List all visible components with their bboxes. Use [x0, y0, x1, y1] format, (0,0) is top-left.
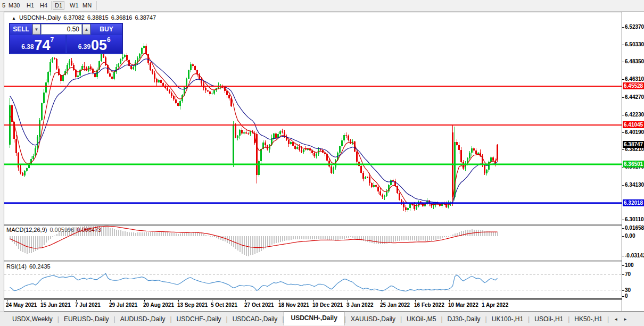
date-tick-mark [76, 300, 77, 302]
volume-decrease-button[interactable]: ▼ [32, 24, 40, 35]
ohlc-high: 6.38815 [87, 14, 109, 21]
macd-tick-mark [622, 256, 624, 256]
rsi-axis-label: 70 [625, 271, 631, 277]
price-tick-label: 6.42230 [625, 112, 644, 118]
price-tick-mark [622, 132, 624, 133]
date-tick-label: 27 Oct 2021 [244, 302, 274, 308]
rsi-label: RSI(14)60.2435 [6, 263, 51, 270]
candles [9, 43, 498, 212]
chart-tab-xauusd[interactable]: XAUUSD-,Daily [346, 313, 400, 325]
date-tick-mark [7, 300, 7, 302]
price-tick-mark [622, 149, 624, 150]
ohlc-low: 6.36816 [111, 14, 133, 21]
timeframe-button-h1[interactable]: H1 [25, 2, 36, 9]
volume-increase-button[interactable]: ▲ [82, 24, 90, 35]
date-tick-mark [245, 300, 246, 302]
sell-button[interactable]: SELL [10, 24, 32, 35]
timeframe-toolbar: 5M30H1H4D1W1MN [0, 0, 644, 12]
price-tick-label: 6.34130 [625, 182, 644, 188]
pane-separator [4, 262, 644, 262]
tab-scroll-left-button[interactable]: ◄ [611, 317, 621, 322]
chart-tab-eurusd[interactable]: EURUSD-,Daily [59, 313, 114, 325]
price-tick-mark [622, 220, 624, 220]
buy-price-pip: 6 [107, 36, 111, 44]
volume-input[interactable]: 0.50 [41, 24, 82, 35]
chart-tab-usdcad[interactable]: USDCAD-,Daily [228, 313, 283, 325]
toolbar-separator [51, 1, 52, 10]
date-tick-mark [449, 300, 450, 302]
rsi-tick-mark [622, 265, 624, 266]
pane-separator[interactable] [4, 224, 644, 224]
buy-price-prefix: 6.39 [78, 43, 90, 51]
horizontal-level-line [4, 163, 622, 165]
price-tick-mark [622, 115, 624, 115]
date-tick-mark [42, 300, 42, 302]
rsi-tick-mark [622, 296, 624, 297]
price-tick-label: 6.30110 [625, 216, 644, 222]
date-tick-label: 1 Apr 2022 [482, 302, 508, 308]
buy-price-panel[interactable]: 6.39 05 6 [67, 35, 122, 53]
timeframe-button-partial[interactable]: 5 [1, 2, 7, 9]
date-axis[interactable]: 24 May 202115 Jun 20217 Jul 202129 Jul 2… [4, 300, 622, 311]
timeframe-button-d1[interactable]: D1 [53, 1, 64, 10]
collapse-icon[interactable]: ▲ [12, 16, 16, 21]
horizontal-level-line [4, 124, 622, 126]
price-tick-mark [622, 62, 624, 62]
timeframe-button-m30[interactable]: M30 [7, 2, 21, 9]
mt4-window: 5M30H1H4D1W1MN ▲USDCNH-,Daily6.370826.38… [0, 0, 644, 326]
date-tick-mark [415, 300, 416, 302]
chart-tab-usoil[interactable]: USOil-,H1 [530, 313, 568, 325]
chart-tab-usdx[interactable]: USDX,Weekly [7, 313, 57, 325]
ma-slow-line [10, 59, 498, 204]
rsi-canvas [4, 262, 622, 298]
price-tick-label: 6.50330 [625, 41, 644, 47]
price-badge: 6.38747 [623, 141, 644, 148]
macd-tick-mark [622, 236, 624, 237]
chart-tab-uk100[interactable]: UK100-,H1 [487, 313, 528, 325]
price-badge: 6.36501 [623, 161, 644, 168]
date-tick-mark [381, 300, 382, 302]
price-tick-mark [622, 45, 624, 45]
date-tick-label: 7 Jul 2021 [75, 302, 101, 308]
chart-tab-audusd[interactable]: AUDUSD-,Daily [115, 313, 170, 325]
price-badge: 6.45528 [623, 82, 644, 89]
price-tick-label: 6.44270 [625, 94, 644, 100]
rsi-value: 60.2435 [29, 263, 51, 270]
price-tick-mark [622, 79, 624, 80]
date-tick-label: 20 Aug 2021 [143, 302, 174, 308]
price-axis[interactable]: 6.523706.503306.483506.463106.442706.422… [622, 12, 644, 311]
date-tick-label: 18 Nov 2021 [278, 302, 309, 308]
price-badge: 6.41045 [623, 121, 644, 128]
buy-button[interactable]: BUY [91, 24, 122, 35]
rsi-axis-label: 30 [625, 287, 631, 293]
pane-separator[interactable] [4, 261, 644, 261]
chart-tab-usdchf[interactable]: USDCHF-,Daily [172, 313, 226, 325]
price-tick-mark [622, 27, 624, 28]
macd-value-signal: 0.006473 [77, 227, 101, 233]
horizontal-level-line [4, 202, 622, 204]
chart-tab-hk50[interactable]: HK50-,H1 [569, 313, 607, 325]
date-tick-mark [313, 300, 314, 302]
date-tick-label: 10 Dec 2021 [312, 302, 343, 308]
date-tick-label: 15 Jun 2021 [40, 302, 71, 308]
tab-scroll-right-button[interactable]: ► [621, 317, 630, 322]
date-tick-label: 25 Jan 2022 [380, 302, 410, 308]
macd-axis-label: -0.031421 [625, 253, 644, 258]
timeframe-button-w1[interactable]: W1 [68, 2, 80, 9]
chart-symbol: USDCNH-,Daily [19, 14, 61, 21]
timeframe-button-mn[interactable]: MN [81, 2, 93, 9]
sell-price-panel[interactable]: 6.38 74 7 [10, 35, 65, 53]
date-tick-label: 10 Mar 2022 [448, 302, 478, 308]
rsi-axis-label: 0 [625, 293, 628, 299]
date-tick-mark [110, 300, 111, 302]
chart-tab-dj30[interactable]: DJ30-,Daily [443, 313, 485, 325]
timeframe-button-h4[interactable]: H4 [38, 2, 49, 9]
rsi-name: RSI(14) [6, 263, 27, 270]
sell-price-main: 74 [35, 38, 51, 53]
pane-separator [4, 298, 644, 299]
sell-price-pip: 7 [51, 36, 54, 44]
macd-value-main: 0.005996 [49, 227, 74, 233]
rsi-pane[interactable] [4, 262, 622, 298]
chart-tab-ukoil[interactable]: UKOil-,M5 [402, 313, 441, 325]
chart-tab-usdcnh[interactable]: USDCNH-,Daily [284, 312, 344, 325]
